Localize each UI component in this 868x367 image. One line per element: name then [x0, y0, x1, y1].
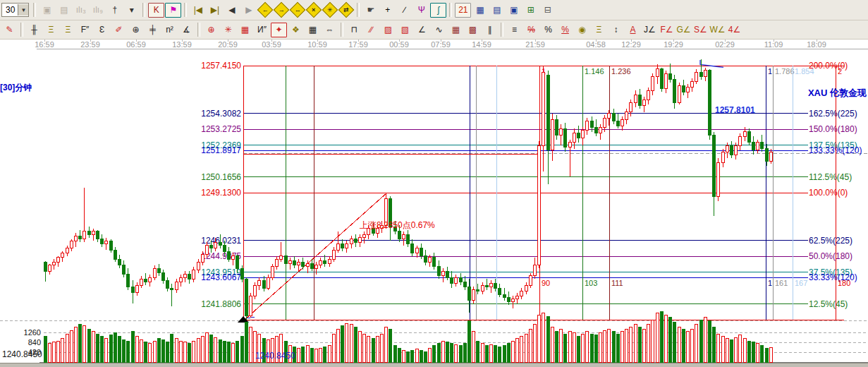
- box-projection-icon[interactable]: ⊓: [346, 23, 362, 37]
- red-compass-icon[interactable]: ⊕: [203, 23, 219, 37]
- period-dropdown[interactable]: 30▼: [1, 3, 29, 17]
- four-angle-icon[interactable]: 4∠: [726, 23, 742, 37]
- gann-ying-icon[interactable]: ❖: [288, 23, 304, 37]
- restore-view-icon[interactable]: ✳: [322, 2, 338, 18]
- bow-ruler-icon[interactable]: Ɛ: [94, 23, 110, 37]
- svg-text:133.33%(120): 133.33%(120): [809, 145, 862, 155]
- memo-icon[interactable]: ▤: [489, 3, 505, 18]
- multicolor-chart-icon[interactable]: ⚑: [165, 3, 181, 18]
- scroll-right-icon[interactable]: →: [274, 2, 290, 18]
- bars-3-icon[interactable]: ılı₃: [73, 3, 89, 18]
- gold-angle-icon[interactable]: G∠: [676, 23, 692, 37]
- kline-style-icon[interactable]: K: [148, 3, 164, 18]
- percent-line-icon[interactable]: %: [557, 23, 573, 37]
- gold-segment-icon[interactable]: Ξ: [43, 23, 59, 37]
- red-grid-icon[interactable]: ▦: [237, 23, 253, 37]
- snowflake-icon[interactable]: ✳: [220, 23, 236, 37]
- print-icon[interactable]: ⊟: [539, 3, 556, 18]
- low-price-flag-label: 1240.8450: [255, 351, 295, 360]
- grid-ruler-icon[interactable]: ╫: [26, 23, 42, 37]
- svg-text:1.236: 1.236: [611, 67, 631, 76]
- compress-icon-glyph: ×: [312, 6, 316, 13]
- fan-box-icon[interactable]: ▨: [380, 23, 396, 37]
- tick-ruler-icon[interactable]: ╪: [145, 23, 161, 37]
- svg-text:1254.3082: 1254.3082: [201, 109, 241, 119]
- gold-segment2-icon[interactable]: Ξ: [60, 23, 76, 37]
- period-dropdown-arrow-icon[interactable]: ▼: [18, 4, 28, 16]
- main-toolbar: 30▼▣▤ılı₃ılı₉†▾K⚑|◀▶|◀▶←→↔×✳⇄☛+∕Ψʃ21▦▤▣⊞…: [0, 0, 868, 20]
- svg-text:1241.8806: 1241.8806: [201, 299, 241, 309]
- zoom-out-icon[interactable]: ↔: [290, 2, 306, 18]
- line-tool-icon[interactable]: ∕: [396, 3, 412, 18]
- angle-fan-icon[interactable]: ∠: [414, 23, 430, 37]
- span-icon[interactable]: ⇔: [322, 23, 338, 37]
- zoom-in-icon-glyph: ⇄: [344, 6, 350, 13]
- f-ruler-icon[interactable]: F″: [77, 23, 93, 37]
- restore-view-icon-glyph: ✳: [328, 6, 334, 13]
- report-icon[interactable]: ▤: [56, 3, 72, 18]
- next-page-icon[interactable]: ▶: [240, 3, 257, 18]
- toolbar-separator: [20, 23, 23, 37]
- percent-strike-icon[interactable]: %: [523, 23, 539, 37]
- dense-grid2-icon[interactable]: ▩: [465, 23, 481, 37]
- last-bar-icon[interactable]: ▶|: [207, 3, 223, 18]
- ying-angle-icon[interactable]: W∠: [709, 23, 726, 37]
- zigzag-icon[interactable]: ∿: [431, 23, 447, 37]
- scroll-left-icon[interactable]: ←: [257, 2, 274, 18]
- toolbar-separator: [33, 3, 36, 17]
- chan-tool-icon[interactable]: ʃ: [430, 3, 446, 18]
- svg-text:167: 167: [795, 279, 807, 287]
- svg-text:1.146: 1.146: [585, 67, 604, 76]
- f-angle-icon[interactable]: F∠: [659, 23, 675, 37]
- calculator-icon[interactable]: ▦: [472, 3, 488, 18]
- gold-bars-icon[interactable]: Ξ: [591, 23, 607, 37]
- angle-a-icon[interactable]: ∡: [178, 23, 195, 37]
- period-value: 30: [2, 5, 18, 15]
- high-flag[interactable]: [700, 60, 723, 68]
- export-icon[interactable]: ⊞: [522, 3, 539, 18]
- calendar-icon[interactable]: 21: [455, 3, 471, 18]
- save-icon[interactable]: ▣: [506, 3, 522, 18]
- toolbar-separator: [142, 3, 145, 17]
- svg-text:161: 161: [775, 279, 788, 287]
- compress-icon[interactable]: ×: [306, 2, 322, 18]
- gann-shen-icon[interactable]: ✦: [271, 23, 287, 37]
- shen-angle-icon[interactable]: S∠: [692, 23, 709, 37]
- candle-type-icon[interactable]: †: [106, 3, 123, 18]
- window-icon[interactable]: ▣: [39, 3, 55, 18]
- percent-icon[interactable]: %: [540, 23, 556, 37]
- updown-measure-icon[interactable]: ↕: [608, 23, 624, 37]
- crosshair-tool-icon[interactable]: +: [379, 3, 396, 18]
- zoom-in-icon[interactable]: ⇄: [338, 2, 355, 18]
- prev-page-icon[interactable]: ◀: [224, 3, 240, 18]
- j-angle-icon[interactable]: J∠: [642, 23, 658, 37]
- gold-circle-icon[interactable]: ◉: [574, 23, 590, 37]
- svg-text:1243.6067: 1243.6067: [201, 272, 241, 282]
- compass-icon[interactable]: ⊕: [128, 23, 144, 37]
- bars-9-icon[interactable]: ılı₉: [90, 3, 106, 18]
- n-squared-icon[interactable]: n²: [161, 23, 178, 37]
- first-bar-icon[interactable]: |◀: [190, 3, 206, 18]
- hand-tool-icon[interactable]: ☛: [362, 3, 379, 18]
- parallel-lines-icon[interactable]: ∥: [482, 23, 498, 37]
- svg-text:1.786: 1.786: [775, 67, 795, 76]
- svg-text:180: 180: [838, 279, 850, 287]
- dense-grid-icon[interactable]: ▦: [448, 23, 464, 37]
- status-bar: [0, 363, 868, 367]
- scale-ruler-icon[interactable]: ≡: [506, 23, 522, 37]
- chart-area[interactable]: 16:5923:5906:5913:5920:5903:5910:5917:59…: [0, 40, 868, 363]
- wave-n-icon[interactable]: И″: [254, 23, 270, 37]
- fan-corner-icon[interactable]: ▧: [397, 23, 413, 37]
- volume-layer: [44, 311, 772, 362]
- fan-lines-icon[interactable]: ∕∕: [363, 23, 379, 37]
- high-price-flag-label: 1257.8101: [715, 106, 755, 114]
- gann-wheel-icon[interactable]: Ψ: [413, 3, 429, 18]
- trend-line[interactable]: [238, 193, 387, 323]
- svg-text:1253.2725: 1253.2725: [201, 124, 241, 134]
- drawing-toolbar: ✎╫ΞΞF″Ɛ✐⊕╪n²∡⊕✳▦И″✦❖▦⇔⊓∕∕▨▧∠∿▦▩∥≡%%%◉Ξ↕A…: [0, 20, 868, 40]
- grid-123-icon[interactable]: ▦: [305, 23, 321, 37]
- a-marker-icon[interactable]: A: [625, 23, 641, 37]
- candle-type-dropdown[interactable]: ▾: [123, 3, 140, 18]
- pen-ruler-icon[interactable]: ✐: [111, 23, 127, 37]
- pen-icon[interactable]: ✎: [1, 23, 18, 37]
